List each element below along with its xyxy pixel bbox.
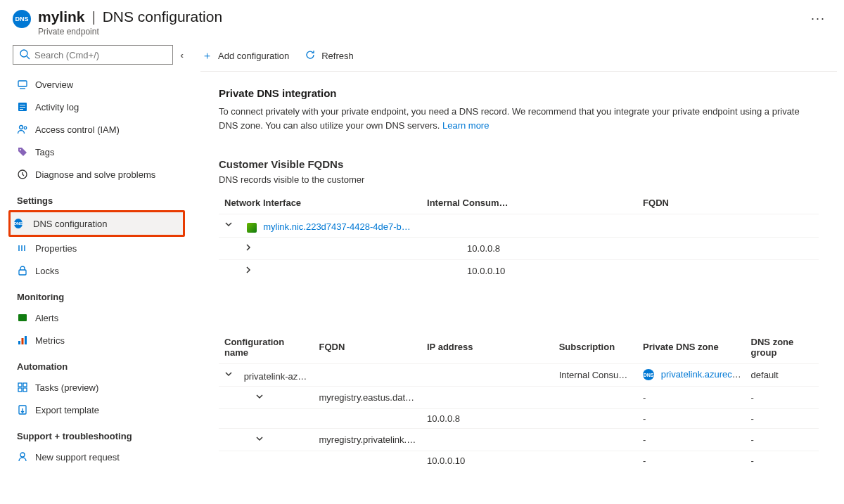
svg-rect-6 (20, 107, 25, 108)
sidebar-item-diagnose[interactable]: Diagnose and solve problems (13, 163, 181, 186)
col-fqdn: FQDN (639, 192, 819, 214)
dash-cell: - (751, 392, 754, 403)
table-header-row: Network Interface Internal Consum… FQDN (219, 192, 819, 214)
zone-group-cell: default (747, 363, 819, 386)
col-config-name: Configuration name (219, 331, 314, 364)
sidebar-item-properties[interactable]: Properties (13, 237, 181, 259)
svg-rect-21 (23, 383, 27, 387)
page-header: DNS mylink | DNS configuration Private e… (0, 0, 844, 41)
ip-cell: 10.0.0.8 (423, 408, 555, 428)
svg-point-0 (20, 50, 27, 57)
dash-cell: - (751, 455, 754, 466)
chevron-down-icon[interactable] (254, 391, 265, 404)
svg-line-1 (27, 56, 30, 59)
svg-point-25 (20, 453, 25, 457)
table-row: 10.0.0.10 - - (219, 451, 819, 470)
chevron-right-icon[interactable] (243, 264, 254, 278)
chevron-right-icon[interactable] (243, 242, 254, 255)
chevron-down-icon[interactable] (223, 368, 234, 382)
dash-cell: - (751, 413, 754, 424)
alerts-icon (17, 312, 28, 323)
svg-rect-20 (18, 383, 22, 387)
toolbar: ＋ Add configuration Refresh (200, 41, 837, 72)
svg-rect-22 (18, 388, 22, 392)
col-ip: IP address (423, 331, 555, 364)
table-row: privatelink-azure… Internal Consum… DNS … (219, 363, 819, 386)
ip-cell: 10.0.0.10 (423, 451, 555, 470)
refresh-button[interactable]: Refresh (305, 49, 354, 63)
sidebar-item-dns-configuration[interactable]: DNS DNS configuration (11, 212, 183, 235)
search-icon (19, 49, 30, 62)
access-control-icon (17, 124, 28, 135)
subscription-cell: Internal Consum… (555, 363, 639, 386)
add-configuration-button[interactable]: ＋ Add configuration (202, 49, 289, 63)
svg-point-10 (20, 149, 21, 150)
col-subscription: Subscription (555, 331, 639, 364)
sidebar-section-support: Support + troubleshooting (13, 421, 181, 446)
chevron-down-icon[interactable] (254, 433, 265, 446)
config-name: privatelink-azure… (244, 371, 315, 382)
metrics-icon (17, 335, 28, 346)
more-actions-button[interactable]: ··· (805, 8, 831, 29)
collapse-sidebar-button[interactable]: ‹‹ (180, 50, 181, 60)
sidebar-item-activity-log[interactable]: Activity log (13, 96, 181, 118)
fqdn-cell: myregistry.privatelink.a… (314, 428, 423, 451)
ip-cell: 10.0.0.10 (463, 259, 643, 282)
fqdns-desc: DNS records visible to the customer (219, 174, 819, 185)
sidebar-section-settings: Settings (13, 186, 181, 210)
svg-rect-17 (18, 341, 20, 344)
ip-cell: 10.0.0.8 (463, 237, 643, 259)
col-network-interface: Network Interface (219, 192, 423, 214)
dash-cell: - (751, 434, 754, 445)
table-row: myregistry.privatelink.a… - - (219, 428, 819, 451)
overview-icon (17, 79, 28, 90)
nic-link[interactable]: mylink.nic.223d7437-4428-4de7-b… (263, 221, 411, 232)
chevron-down-icon[interactable] (223, 219, 234, 232)
export-template-icon (17, 404, 28, 415)
svg-rect-7 (20, 109, 23, 110)
page-section: DNS configuration (103, 8, 222, 25)
sidebar-item-dns-highlight: DNS DNS configuration (8, 210, 185, 237)
sidebar-item-metrics[interactable]: Metrics (13, 329, 181, 351)
col-fqdn: FQDN (314, 331, 423, 364)
activity-log-icon (17, 101, 28, 112)
sidebar-item-tasks[interactable]: Tasks (preview) (13, 376, 181, 399)
dns-icon: DNS (13, 10, 31, 28)
nic-icon (247, 223, 257, 233)
sidebar-item-overview[interactable]: Overview (13, 73, 181, 96)
intro-title: Private DNS integration (219, 87, 819, 99)
col-private-dns-zone: Private DNS zone (639, 331, 747, 364)
private-dns-zone-link[interactable]: privatelink.azurecr.io (661, 369, 745, 380)
sidebar-item-alerts[interactable]: Alerts (13, 306, 181, 329)
svg-rect-19 (25, 336, 27, 344)
lock-icon (17, 265, 28, 276)
diagnose-icon (17, 169, 28, 180)
table-row: 10.0.0.8 - - (219, 408, 819, 428)
learn-more-link[interactable]: Learn more (442, 120, 489, 131)
content: ＋ Add configuration Refresh Private DNS … (186, 41, 844, 470)
search-input[interactable] (34, 50, 167, 60)
table-row: myregistry.eastus.data.… - - (219, 386, 819, 408)
tags-icon (17, 146, 28, 157)
svg-rect-23 (23, 388, 27, 392)
svg-rect-18 (22, 338, 24, 344)
svg-rect-16 (18, 314, 27, 321)
support-icon (17, 451, 28, 463)
sidebar-item-new-support-request[interactable]: New support request (13, 446, 181, 468)
sidebar-section-automation: Automation (13, 351, 181, 376)
svg-rect-15 (19, 270, 26, 275)
refresh-icon (305, 49, 316, 63)
svg-point-9 (24, 127, 27, 129)
resource-name: mylink (38, 8, 85, 25)
sidebar-item-export-template[interactable]: Export template (13, 399, 181, 421)
resource-type: Private endpoint (38, 27, 798, 37)
page-title: mylink | DNS configuration (38, 8, 798, 25)
sidebar-section-monitoring: Monitoring (13, 282, 181, 306)
sidebar-item-access-control[interactable]: Access control (IAM) (13, 118, 181, 141)
sidebar-item-tags[interactable]: Tags (13, 141, 181, 163)
dash-cell: - (643, 455, 646, 466)
svg-rect-2 (18, 81, 27, 86)
search-input-wrapper[interactable] (13, 45, 173, 65)
sidebar-item-locks[interactable]: Locks (13, 259, 181, 282)
tasks-icon (17, 382, 28, 393)
